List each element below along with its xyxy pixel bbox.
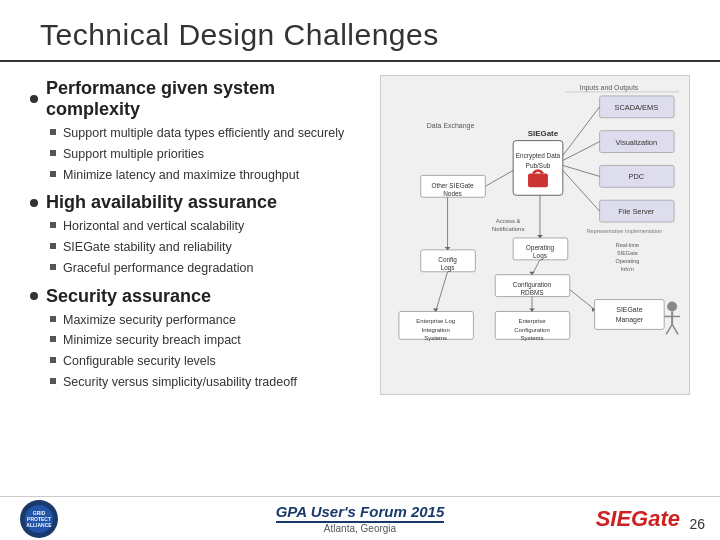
section-availability-title: High availability assurance [46, 192, 277, 213]
footer-brand: SIEGate [596, 506, 680, 532]
sub-bullet-icon [50, 129, 56, 135]
right-column: Inputs and Outputs SCADA/EMS Visualizati… [370, 70, 700, 496]
footer-center: GPA User's Forum 2015 Atlanta, Georgia [276, 503, 445, 534]
diagram-svg: Inputs and Outputs SCADA/EMS Visualizati… [381, 76, 689, 394]
sub-bullet-icon [50, 378, 56, 384]
svg-text:Data Exchange: Data Exchange [427, 122, 475, 130]
availability-bullet-1: Horizontal and vertical scalability [63, 217, 244, 236]
performance-bullet-2: Support multiple priorities [63, 145, 204, 164]
sub-bullet-icon [50, 150, 56, 156]
svg-point-62 [667, 302, 677, 312]
footer-location: Atlanta, Georgia [276, 523, 445, 534]
svg-text:Pub/Sub: Pub/Sub [526, 162, 551, 169]
svg-text:Notifications: Notifications [492, 226, 524, 232]
footer-event-title: GPA User's Forum 2015 [276, 503, 445, 523]
siegate-brand-label: SIEGate [596, 506, 680, 532]
svg-text:SIEGate: SIEGate [528, 129, 559, 138]
availability-bullets: Horizontal and vertical scalability SIEG… [50, 217, 360, 277]
list-item: Graceful performance degradation [50, 259, 360, 278]
architecture-diagram: Inputs and Outputs SCADA/EMS Visualizati… [380, 75, 690, 395]
svg-text:SCADA/EMS: SCADA/EMS [614, 103, 658, 112]
availability-bullet-3: Graceful performance degradation [63, 259, 253, 278]
content-area: Performance given system complexity Supp… [0, 62, 720, 496]
svg-text:RDBMS: RDBMS [520, 289, 543, 296]
security-bullet-1: Maximize security performance [63, 311, 236, 330]
security-bullet-2: Minimize security breach impact [63, 331, 241, 350]
performance-bullets: Support multiple data types efficiently … [50, 124, 360, 184]
logo-circle: GRIDPROTECTALLIANCE [20, 500, 58, 538]
svg-text:Logs: Logs [533, 252, 547, 260]
sub-bullet-icon [50, 264, 56, 270]
list-item: Maximize security performance [50, 311, 360, 330]
svg-text:Access &: Access & [496, 218, 521, 224]
list-item: Minimize security breach impact [50, 331, 360, 350]
slide: Technical Design Challenges Performance … [0, 0, 720, 540]
security-bullets: Maximize security performance Minimize s… [50, 311, 360, 392]
logo-inner: GRIDPROTECTALLIANCE [25, 505, 53, 533]
bullet-dot-performance [30, 95, 38, 103]
svg-text:PDC: PDC [628, 172, 644, 181]
svg-text:Logs: Logs [441, 264, 455, 272]
section-security-header: Security assurance [30, 286, 360, 307]
list-item: SIEGate stability and reliability [50, 238, 360, 257]
bullet-dot-availability [30, 199, 38, 207]
svg-text:Visualization: Visualization [616, 138, 658, 147]
sub-bullet-icon [50, 171, 56, 177]
slide-title: Technical Design Challenges [40, 18, 680, 52]
left-column: Performance given system complexity Supp… [30, 70, 370, 496]
svg-text:Real-time: Real-time [616, 242, 639, 248]
svg-text:Enterprise Log: Enterprise Log [416, 318, 455, 324]
list-item: Security versus simplicity/usability tra… [50, 373, 360, 392]
svg-text:Enterprise: Enterprise [518, 318, 546, 324]
security-bullet-3: Configurable security levels [63, 352, 216, 371]
svg-text:File Server: File Server [618, 207, 654, 216]
svg-text:Other SIEGate: Other SIEGate [431, 182, 474, 189]
performance-bullet-3: Minimize latency and maximize throughput [63, 166, 299, 185]
availability-bullet-2: SIEGate stability and reliability [63, 238, 232, 257]
svg-text:Configuration: Configuration [513, 281, 552, 289]
sub-bullet-icon [50, 316, 56, 322]
page-number: 26 [689, 516, 705, 532]
svg-text:Systems: Systems [424, 335, 447, 341]
svg-text:Operating: Operating [526, 244, 555, 252]
svg-text:Inputs and Outputs: Inputs and Outputs [580, 84, 639, 92]
svg-text:Operating: Operating [615, 258, 639, 264]
section-performance-title: Performance given system complexity [46, 78, 360, 120]
footer: GRIDPROTECTALLIANCE GPA User's Forum 201… [0, 496, 720, 540]
svg-text:Info'n: Info'n [621, 266, 634, 272]
svg-text:Manager: Manager [616, 316, 644, 324]
logo-text: GRIDPROTECTALLIANCE [26, 510, 51, 528]
list-item: Minimize latency and maximize throughput [50, 166, 360, 185]
sub-bullet-icon [50, 243, 56, 249]
section-security-title: Security assurance [46, 286, 211, 307]
svg-text:Representative Implementation: Representative Implementation [587, 228, 662, 234]
footer-logo: GRIDPROTECTALLIANCE [20, 500, 58, 538]
section-availability-header: High availability assurance [30, 192, 360, 213]
security-bullet-4: Security versus simplicity/usability tra… [63, 373, 297, 392]
list-item: Support multiple data types efficiently … [50, 124, 360, 143]
list-item: Horizontal and vertical scalability [50, 217, 360, 236]
section-performance-header: Performance given system complexity [30, 78, 360, 120]
svg-text:Integration: Integration [422, 327, 450, 333]
bullet-dot-security [30, 292, 38, 300]
svg-text:Nodes: Nodes [443, 190, 462, 197]
sub-bullet-icon [50, 336, 56, 342]
svg-text:Encrypted Data: Encrypted Data [516, 152, 561, 160]
performance-bullet-1: Support multiple data types efficiently … [63, 124, 344, 143]
svg-text:SIEGate: SIEGate [616, 306, 642, 313]
list-item: Support multiple priorities [50, 145, 360, 164]
list-item: Configurable security levels [50, 352, 360, 371]
sub-bullet-icon [50, 357, 56, 363]
svg-rect-59 [595, 300, 665, 330]
svg-text:Configuration: Configuration [514, 327, 549, 333]
sub-bullet-icon [50, 222, 56, 228]
svg-text:SIEGate: SIEGate [617, 250, 638, 256]
svg-text:Systems: Systems [521, 335, 544, 341]
svg-rect-16 [528, 173, 548, 187]
svg-text:Config: Config [438, 256, 457, 264]
title-area: Technical Design Challenges [0, 0, 720, 62]
